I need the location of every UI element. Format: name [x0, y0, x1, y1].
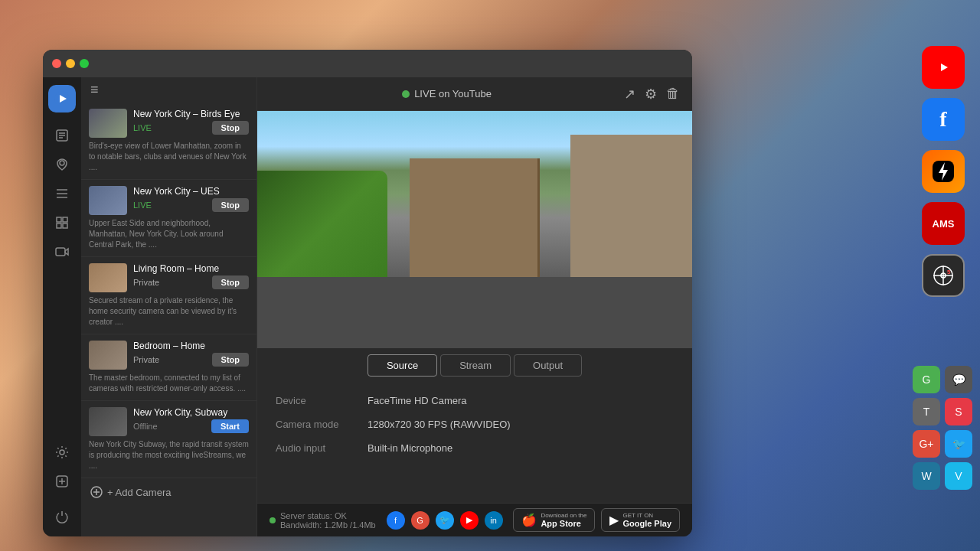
sniper-desktop-icon[interactable]: 5 [922, 254, 965, 297]
camera-stop-btn-4[interactable]: Stop [212, 353, 249, 367]
server-status-text: Server status: OK [280, 511, 376, 520]
camera-start-btn-5[interactable]: Start [211, 419, 249, 433]
app-logo[interactable] [48, 85, 76, 112]
camera-name-4: Bedroom – Home [133, 341, 249, 351]
camera-stop-btn-3[interactable]: Stop [212, 276, 249, 289]
small-icon-t[interactable]: T [913, 398, 940, 425]
camera-desc-5: New York City Subway, the rapid transit … [89, 439, 249, 471]
camera-desc-3: Secured stream of a private residence, t… [89, 295, 249, 328]
camera-name-2: New York City – UES [133, 186, 249, 197]
live-indicator: LIVE on YouTube [402, 88, 492, 99]
tab-stream[interactable]: Stream [440, 354, 511, 377]
camera-thumb-5 [89, 407, 127, 436]
camera-status-5: Offline [133, 422, 158, 431]
add-camera-button[interactable]: + Add Camera [81, 478, 256, 506]
tab-output[interactable]: Output [514, 354, 582, 377]
camera-desc-1: Bird's-eye view of Lower Manhattan, zoom… [89, 141, 249, 173]
svg-text:5: 5 [947, 269, 951, 276]
google-play-badge[interactable]: ▶ GET IT ON Google Play [601, 508, 680, 532]
social-linkedin[interactable]: in [485, 511, 503, 530]
camera-item[interactable]: New York City – Birds Eye LIVE Stop Bird… [81, 103, 256, 180]
audio-input-value: Built-in Microphone [368, 442, 452, 454]
sidebar-nav-video[interactable] [50, 240, 74, 264]
device-label: Device [276, 395, 368, 406]
camera-item[interactable]: Living Room – Home Private Stop Secured … [81, 257, 256, 334]
social-gplus[interactable]: G [411, 511, 430, 530]
live-label: LIVE on YouTube [414, 88, 492, 99]
trash-icon[interactable]: 🗑 [666, 86, 680, 103]
app-store-badge[interactable]: 🍎 Download on the App Store [513, 508, 595, 532]
footer: Server status: OK Bandwidth: 1.2Mb /1.4M… [257, 503, 692, 536]
ams-desktop-icon[interactable]: AMS [922, 202, 965, 245]
hamburger-icon[interactable]: ≡ [90, 82, 99, 98]
camera-mode-value: 980x551 30 FPS (RAWVIDEO) [368, 419, 511, 430]
camera-item[interactable]: New York City – UES LIVE Stop Upper East… [81, 180, 256, 257]
camera-name-5: New York City, Subway [133, 407, 249, 418]
camera-list: ≡ New York City – Birds Eye LIVE Stop [81, 77, 257, 536]
camera-status-1: LIVE [133, 123, 152, 132]
server-status: Server status: OK Bandwidth: 1.2Mb /1.4M… [270, 511, 376, 530]
camera-mode-label: Camera mode [276, 419, 368, 430]
list-top-bar: ≡ [81, 77, 256, 103]
audio-input-label: Audio input [276, 442, 368, 454]
sidebar-nav-power[interactable] [50, 504, 74, 529]
sidebar-nav-list[interactable] [50, 181, 74, 206]
small-icon-v[interactable]: V [945, 462, 972, 490]
bandwidth-text: Bandwidth: 1.2Mb /1.4Mb [280, 520, 376, 530]
svg-rect-19 [57, 217, 61, 222]
camera-stop-btn-2[interactable]: Stop [212, 198, 249, 212]
close-button[interactable] [52, 59, 61, 68]
maximize-button[interactable] [80, 59, 89, 68]
sidebar-nav-location[interactable] [50, 152, 74, 177]
camera-item[interactable]: New York City, Subway Offline Start New … [81, 401, 256, 478]
details-panel: Device FaceTime HD Camera Camera mode 12… [257, 383, 692, 503]
sidebar-nav-book[interactable] [50, 123, 74, 148]
social-youtube[interactable]: ▶ [460, 511, 479, 530]
detail-row-device: Device FaceTime HD Camera [276, 395, 674, 406]
sidebar-nav-settings[interactable] [50, 440, 74, 465]
share-icon[interactable]: ↗ [624, 86, 635, 103]
play-icon: ▶ [609, 513, 619, 527]
camera-item[interactable]: Bedroom – Home Private Stop The master b… [81, 334, 256, 401]
main-content: ≡ New York City – Birds Eye LIVE Stop [43, 77, 692, 536]
youtube-desktop-icon[interactable] [922, 46, 965, 89]
google-play-label: Google Play [622, 519, 671, 528]
camera-name-3: Living Room – Home [133, 263, 249, 274]
minimize-button[interactable] [66, 59, 75, 68]
detail-row-camera-mode: Camera mode 980x551 30 FPS (RAWVIDEO) [276, 419, 674, 430]
street-trees [257, 171, 387, 289]
top-bar: LIVE on YouTube ↗ ⚙ 🗑 [257, 77, 692, 111]
camera-thumb-1 [89, 109, 127, 138]
camera-status-3: Private [133, 278, 159, 287]
settings-icon[interactable]: ⚙ [645, 86, 657, 103]
app-store-sub: Download on the [541, 512, 586, 519]
sidebar-nav-grid[interactable] [50, 210, 74, 235]
social-facebook[interactable]: f [387, 511, 405, 530]
thunder-desktop-icon[interactable] [922, 150, 965, 193]
social-twitter[interactable]: 🐦 [436, 511, 454, 530]
icon-sidebar [43, 77, 81, 536]
tab-source[interactable]: Source [368, 354, 437, 377]
small-icon-gplus[interactable]: G+ [913, 430, 940, 458]
svg-rect-22 [63, 223, 67, 228]
camera-thumb-4 [89, 341, 127, 370]
camera-stop-btn-1[interactable]: Stop [212, 121, 249, 135]
small-icon-g[interactable]: G [913, 366, 940, 393]
top-bar-actions: ↗ ⚙ 🗑 [624, 86, 680, 103]
desktop-icons-panel: f AMS 5 [922, 46, 965, 297]
camera-status-2: LIVE [133, 201, 152, 210]
small-icon-chat[interactable]: 💬 [945, 366, 972, 393]
right-panel: LIVE on YouTube ↗ ⚙ 🗑 Source Stream [257, 77, 692, 536]
facebook-desktop-icon[interactable]: f [922, 98, 965, 141]
tab-bar: Source Stream Output [257, 348, 692, 383]
small-icon-twitter[interactable]: 🐦 [945, 430, 972, 458]
small-icon-s[interactable]: S [945, 398, 972, 425]
svg-rect-23 [56, 248, 65, 256]
sidebar-nav-plus[interactable] [50, 469, 74, 494]
svg-point-25 [60, 450, 64, 455]
svg-rect-21 [57, 223, 61, 228]
titlebar [43, 50, 692, 77]
small-icon-wp[interactable]: W [913, 462, 940, 490]
camera-thumb-3 [89, 263, 127, 292]
device-value: FaceTime HD Camera [368, 395, 467, 406]
